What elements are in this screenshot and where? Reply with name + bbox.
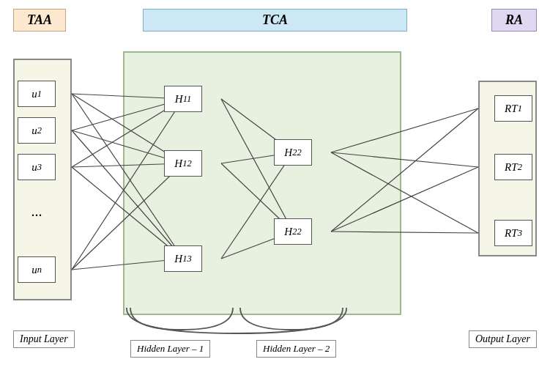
input-node-u3: u3 bbox=[18, 154, 56, 180]
hidden1-node-h13: H13 bbox=[164, 245, 202, 272]
brace-svg bbox=[123, 304, 401, 337]
input-layer-label: Input Layer bbox=[13, 330, 75, 348]
neural-network-diagram: u1 u2 u3 ... un H11 H12 H13 H22 H22 RT1 … bbox=[0, 44, 550, 359]
output-layer-label: Output Layer bbox=[469, 330, 537, 348]
output-node-rt1: RT1 bbox=[494, 95, 532, 122]
input-node-un: un bbox=[18, 256, 56, 283]
output-node-rt2: RT2 bbox=[494, 154, 532, 180]
input-node-u2: u2 bbox=[18, 117, 56, 144]
hidden1-node-h11: H11 bbox=[164, 86, 202, 112]
hidden2-node-h22a: H22 bbox=[274, 139, 312, 166]
input-node-u1: u1 bbox=[18, 81, 56, 107]
output-node-rt3: RT3 bbox=[494, 220, 532, 246]
tca-label: TCA bbox=[143, 9, 407, 32]
hidden2-node-h22b: H22 bbox=[274, 218, 312, 245]
hidden-layer-2-label: Hidden Layer – 2 bbox=[256, 340, 336, 358]
hidden-layer-1-label: Hidden Layer – 1 bbox=[130, 340, 210, 358]
hidden1-node-h12: H12 bbox=[164, 150, 202, 177]
input-node-dots: ... bbox=[18, 198, 56, 224]
ra-label: RA bbox=[491, 9, 537, 32]
taa-label: TAA bbox=[13, 9, 66, 32]
